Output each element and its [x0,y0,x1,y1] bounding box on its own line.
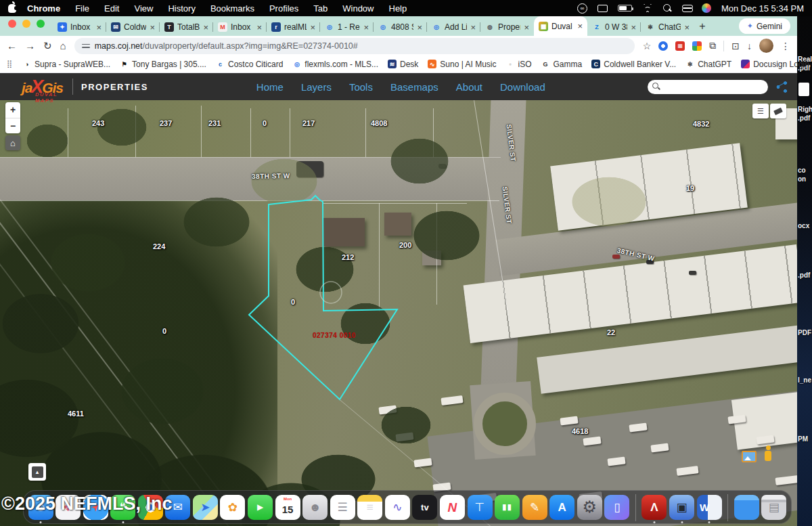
tab-close-icon[interactable] [96,22,102,32]
creative-cloud-icon[interactable]: ∞ [577,3,587,14]
browser-tab[interactable]: Z 0 W 38t [587,18,641,36]
dock-item-photos[interactable]: ✿ [220,494,246,520]
nav-link[interactable]: Layers [301,81,332,93]
downloads-icon[interactable]: ↓ [747,41,752,51]
dock-item-acrobat[interactable]: Λ [641,494,667,520]
imagery-icon[interactable] [742,451,757,462]
home-button[interactable]: ⌂ [60,40,66,51]
spotlight-icon[interactable] [663,4,672,13]
address-bar[interactable]: maps.coj.net/duvalproperty/default.aspx?… [74,38,635,54]
dock-item-news[interactable]: N [439,494,465,520]
menu-item[interactable]: Profiles [269,3,298,14]
zoom-window-button[interactable] [37,20,45,28]
tab-close-icon[interactable] [631,22,636,32]
color-app-icon[interactable] [702,3,711,13]
dock-item[interactable] [631,494,639,520]
minimize-window-button[interactable] [22,20,30,28]
desktop-file-label[interactable]: PDF [798,329,811,336]
dock-item-facetime[interactable]: ▶ [248,494,273,520]
map-search-input[interactable] [664,82,769,91]
browser-tab[interactable]: ◍ Propert [480,18,534,36]
browser-tab[interactable]: ✻ ChatGP [641,18,694,36]
desktop-file-icon[interactable] [798,83,809,96]
bookmark-item[interactable]: ✻ ChatGPT [681,60,736,69]
bookmark-item[interactable]: ◎ flexmls.com - MLS... [288,60,383,69]
desktop-file-label[interactable]: .pdf [798,271,810,279]
dock-item-word[interactable]: W [696,494,722,520]
tab-close-icon[interactable] [363,22,369,32]
new-tab-button[interactable]: + [694,18,710,35]
dock-item-device-app[interactable]: ▣ [669,494,695,520]
desktop-file-label[interactable]: l_ne [798,376,811,384]
nav-link[interactable]: About [456,81,482,93]
tab-close-icon[interactable] [203,22,208,32]
browser-tab[interactable]: ✉ Coldwel [106,18,160,36]
dock-item-iphone-mirroring[interactable]: ▯ [604,494,630,520]
bookmark-item[interactable]: G Gamma [537,60,587,69]
zoom-in-button[interactable]: + [5,102,20,118]
tab-close-icon[interactable] [684,22,690,32]
apps-grid-icon[interactable]: ⣿ [7,60,12,68]
bookmark-item[interactable]: c Costco Citicard [211,60,288,69]
dock-item-appstore[interactable]: A [549,494,575,520]
desktop-file-label[interactable]: ocx [798,222,809,229]
menu-item[interactable]: View [134,3,153,14]
qr-extension-icon[interactable]: ▦ [675,41,685,51]
browser-tab[interactable]: M Inbox - [213,18,267,36]
jaxgis-logo[interactable]: jaXGis DUVAL MAPS [22,76,63,97]
tab-close-icon[interactable] [256,22,262,32]
bookmark-item[interactable]: ⚑ Tony Bargas | 305.... [115,60,211,69]
share-icon[interactable] [776,81,788,93]
tab-close-icon[interactable] [417,22,422,32]
browser-tab[interactable]: ✦ Inbox - [53,18,106,36]
browser-tab[interactable]: ▦ Duval P [534,16,587,36]
menu-item[interactable]: Chrome [27,3,60,14]
apple-menu-icon[interactable] [8,4,16,13]
bookmark-item[interactable]: ▫ iSO [501,60,537,69]
browser-tab[interactable]: r realMLS [267,18,320,36]
zoom-out-button[interactable]: − [5,118,20,134]
menu-item[interactable]: Window [342,3,374,14]
profile-avatar[interactable] [759,39,773,53]
menubar-clock[interactable]: Mon Dec 15 5:34 PM [721,3,804,14]
dock-item-reminders[interactable]: ☰ [330,494,355,520]
close-window-button[interactable] [8,20,16,28]
nav-link[interactable]: Basemaps [390,81,438,93]
map-home-button[interactable]: ⌂ [5,135,20,150]
pegman-icon[interactable] [763,445,773,463]
dock-item-numbers[interactable]: ▮▮ [495,494,520,520]
tab-close-icon[interactable] [310,22,315,32]
dock-item-contacts[interactable]: ☻ [302,494,328,520]
bookmark-item[interactable]: C Coldwell Banker V... [587,60,681,69]
tab-close-icon[interactable] [577,21,583,31]
map-search[interactable] [648,80,768,94]
bookmark-item[interactable]: ≋ Desk [383,60,423,69]
desktop-file-label[interactable]: PM [798,435,808,443]
legend-button[interactable]: ☰ [752,104,769,118]
google-extension-icon[interactable] [692,41,702,51]
desktop-file-label[interactable]: co [798,167,806,174]
back-button[interactable]: ← [7,40,17,51]
dock-item-settings[interactable]: ⚙ [577,494,602,520]
desktop-file-label[interactable]: on [798,175,806,183]
browser-menu-icon[interactable]: ⋮ [781,41,790,51]
basemap-toggle-button[interactable]: ▴ [28,463,46,481]
menu-item[interactable]: Edit [104,3,119,14]
screen-mirroring-icon[interactable] [597,5,608,12]
wifi-icon[interactable] [642,4,653,12]
dock-item-downloads-folder[interactable] [734,494,759,520]
browser-tab[interactable]: ◎ 1 - Resi [320,18,374,36]
browser-tab[interactable]: ◎ 4808 Si [374,18,427,36]
menu-item[interactable]: Help [389,3,407,14]
eraser-button[interactable] [770,104,786,118]
battery-icon[interactable] [618,5,632,12]
reload-button[interactable]: ↻ [43,40,52,52]
dock-item-pages[interactable]: ✎ [522,494,547,520]
bookmark-star-icon[interactable]: ☆ [643,41,652,51]
menu-item[interactable]: Tab [313,3,328,14]
dock-item-keynote[interactable]: ⊤ [467,494,493,520]
control-center-icon[interactable] [682,5,692,12]
bookmark-item[interactable]: ∿ Suno | AI Music [423,60,501,69]
dock-item-maps[interactable]: ➤ [192,494,218,520]
dock-item[interactable] [724,494,732,520]
